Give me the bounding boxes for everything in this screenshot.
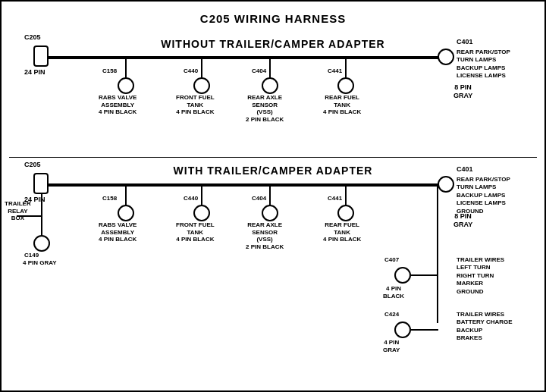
trailer-relay-label: TRAILERRELAYBOX: [5, 200, 31, 222]
c401-info-2: REAR PARK/STOPTURN LAMPSBACKUP LAMPSLICE…: [457, 176, 510, 215]
c205-label-1: C205: [24, 33, 41, 42]
bus-line-1: [47, 56, 450, 59]
c404-circle-2: [262, 205, 278, 221]
c441-info-1: REAR FUELTANK4 PIN BLACK: [323, 94, 361, 116]
c441-label-2: C441: [328, 195, 342, 202]
hline-c424: [411, 329, 438, 331]
c440-circle-2: [193, 205, 210, 221]
c149-pins: 4 PIN GRAY: [23, 259, 57, 267]
c407-info: TRAILER WIRESLEFT TURNRIGHT TURNMARKERGR…: [457, 256, 504, 296]
c149-label: C149: [24, 252, 39, 259]
c401-label-2: C401: [457, 165, 473, 174]
svg-point-8: [395, 322, 410, 337]
svg-point-4: [338, 78, 353, 93]
c404-info-1: REAR AXLESENSOR(VSS)2 PIN BLACK: [246, 94, 284, 123]
right-connector-circle-2: [438, 176, 454, 193]
c149-circle: [33, 235, 50, 252]
section1-label: WITHOUT TRAILER/CAMPER ADAPTER: [93, 38, 453, 50]
c401-pins-1: 8 PINGRAY: [453, 83, 472, 100]
c440-info-2: FRONT FUELTANK4 PIN BLACK: [176, 221, 215, 243]
vert-relay: [41, 194, 42, 217]
c205-pins-1: 24 PIN: [24, 68, 46, 77]
left-connector-1: [33, 45, 49, 67]
svg-point-2: [194, 78, 209, 93]
svg-point-12: [338, 205, 353, 221]
c407-pins: 4 PINBLACK: [383, 285, 404, 299]
c407-label: C407: [384, 256, 399, 264]
svg-point-3: [262, 78, 278, 93]
left-connector-2: [33, 173, 49, 194]
section2-label: WITH TRAILER/CAMPER ADAPTER: [93, 165, 453, 177]
c158-label-2: C158: [102, 195, 117, 202]
c441-label-1: C441: [328, 67, 342, 75]
c404-circle-1: [262, 77, 278, 94]
c440-label-1: C440: [184, 67, 198, 75]
svg-point-1: [118, 78, 133, 93]
c158-circle-2: [118, 205, 134, 221]
c424-circle: [394, 321, 411, 338]
c158-circle-1: [118, 77, 134, 94]
bus-line-2: [47, 183, 450, 187]
svg-point-5: [34, 236, 49, 251]
c424-pins: 4 PINGRAY: [383, 339, 400, 353]
c440-circle-1: [193, 77, 210, 94]
c158-info-2: RABS VALVEASSEMBLY4 PIN BLACK: [99, 221, 136, 243]
vert-c149: [41, 215, 42, 237]
c404-info-2: REAR AXLESENSOR(VSS)2 PIN BLACK: [246, 221, 284, 250]
vert-right-main: [437, 187, 438, 323]
c441-info-2: REAR FUELTANK4 PIN BLACK: [323, 221, 361, 243]
svg-point-0: [438, 49, 453, 64]
c440-label-2: C440: [184, 195, 198, 202]
c158-label-1: C158: [102, 67, 117, 75]
svg-point-11: [262, 205, 278, 221]
c424-info: TRAILER WIRESBATTERY CHARGEBACKUPBRAKES: [457, 311, 513, 343]
c404-label-2: C404: [252, 195, 266, 202]
c404-label-1: C404: [252, 67, 266, 75]
c441-circle-2: [337, 205, 354, 221]
c424-label: C424: [384, 311, 399, 318]
page-title: C205 WIRING HARNESS: [2, 6, 544, 25]
page: C205 WIRING HARNESS WITHOUT TRAILER/CAMP…: [0, 0, 546, 392]
c401-label-1: C401: [457, 38, 473, 46]
c440-info-1: FRONT FUELTANK4 PIN BLACK: [176, 94, 215, 116]
divider: [9, 157, 537, 158]
c407-circle: [394, 267, 411, 284]
svg-point-7: [395, 268, 410, 283]
right-connector-circle-1: [438, 49, 454, 65]
c158-info-1: RABS VALVEASSEMBLY4 PIN BLACK: [99, 94, 136, 116]
hline-c407: [411, 274, 438, 276]
c401-info-1: REAR PARK/STOPTURN LAMPSBACKUP LAMPSLICE…: [457, 49, 510, 80]
svg-point-9: [118, 205, 133, 221]
c441-circle-1: [337, 77, 354, 94]
c205-label-2: C205: [24, 161, 41, 169]
c401-pins-2: 8 PINGRAY: [453, 212, 472, 229]
svg-point-10: [194, 205, 209, 221]
svg-point-6: [438, 177, 453, 192]
